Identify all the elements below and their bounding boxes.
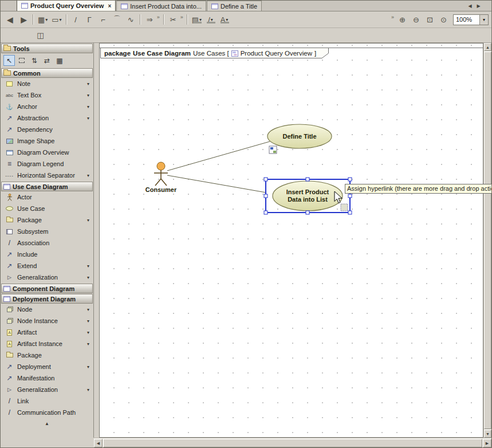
association-consumer-define-title[interactable] — [167, 142, 270, 171]
section-header-component-diagram[interactable]: Component Diagram — [1, 284, 93, 293]
palette-item-note[interactable]: Note ▾ — [1, 78, 93, 89]
chevron-down-icon[interactable]: ▾ — [85, 387, 91, 392]
chevron-down-icon[interactable]: ▾ — [85, 275, 91, 280]
palette-item-diagram-legend[interactable]: Diagram Legend — [1, 158, 93, 170]
palette-item-artifact[interactable]: Artifact ▾ — [1, 327, 93, 338]
palette-splitter[interactable] — [95, 43, 99, 438]
palette-item-text-box[interactable]: Text Box ▾ — [1, 89, 93, 101]
palette-item-abstraction[interactable]: Abstraction ▾ — [1, 112, 93, 124]
close-icon[interactable]: × — [108, 3, 111, 9]
align-tool-button[interactable]: ⇅ — [29, 55, 40, 66]
resize-handle[interactable] — [306, 178, 309, 181]
palette-collapse-button[interactable]: ▲ — [1, 418, 93, 426]
use-case-insert-product[interactable]: Insert Product Data into List — [273, 181, 343, 211]
back-button[interactable]: ◀ — [3, 13, 17, 26]
vertical-scrollbar[interactable]: ▲ ▼ — [483, 43, 491, 438]
hyperlink-icon[interactable] — [269, 146, 277, 154]
diagram-content-button[interactable]: ◫ — [34, 29, 47, 42]
palette-item-node-instance[interactable]: Node Instance ▾ — [1, 315, 93, 327]
palette-item-deployment[interactable]: Deployment ▾ — [1, 361, 93, 372]
lasso-tool-button[interactable] — [16, 55, 27, 66]
zoom-out-button[interactable]: ⊖ — [410, 13, 423, 26]
font-color-button[interactable]: A▾ — [218, 13, 231, 26]
toolbar-overflow-icon[interactable]: » — [180, 14, 183, 20]
palette-item-package-deployment[interactable]: Package — [1, 349, 93, 361]
chevron-down-icon[interactable]: ▾ — [85, 173, 91, 178]
chevron-down-icon[interactable]: ▾ — [85, 330, 91, 335]
palette-item-image-shape[interactable]: Image Shape — [1, 135, 93, 147]
section-header-use-case-diagram[interactable]: Use Case Diagram — [1, 182, 93, 191]
toolbar-overflow-icon[interactable]: » — [391, 14, 394, 20]
split-path-button[interactable]: ✂ — [167, 13, 180, 26]
zoom-in-button[interactable]: ⊕ — [396, 13, 409, 26]
tab-scroll-right-button[interactable]: ▶ — [475, 2, 482, 10]
tab-scroll-left-button[interactable]: ◀ — [466, 2, 474, 10]
palette-item-association[interactable]: Association — [1, 237, 93, 249]
zoom-combobox[interactable]: 100% ▾ — [453, 14, 489, 25]
palette-item-diagram-overview[interactable]: Diagram Overview — [1, 147, 93, 158]
section-header-common[interactable]: Common — [1, 68, 93, 78]
chevron-down-icon[interactable]: ▾ — [85, 116, 91, 121]
palette-item-generalization-deployment[interactable]: Generalization ▾ — [1, 384, 93, 395]
scroll-left-button[interactable]: ◀ — [94, 439, 103, 447]
horizontal-scrollbar-thumb[interactable] — [103, 439, 482, 447]
section-header-tools[interactable]: Tools — [1, 44, 93, 53]
zoom-original-button[interactable]: ⊙ — [437, 13, 450, 26]
section-header-deployment-diagram[interactable]: Deployment Diagram — [1, 294, 93, 304]
forward-button[interactable]: ▶ — [17, 13, 30, 26]
rectilinear-path-button[interactable]: Γ — [83, 13, 96, 26]
pointer-tool-button[interactable]: ↖ — [3, 55, 15, 66]
palette-item-extend[interactable]: Extend ▾ — [1, 260, 93, 272]
diagram-canvas[interactable]: Consumer Define Title Insert Product Dat… — [99, 43, 483, 438]
toolbar-overflow-icon[interactable]: » — [157, 14, 160, 20]
chevron-down-icon[interactable]: ▾ — [85, 218, 91, 223]
zoom-fit-button[interactable]: ⊡ — [423, 13, 436, 26]
spline-path-button[interactable]: ∿ — [124, 13, 137, 26]
distribute-tool-button[interactable]: ⇄ — [41, 55, 53, 66]
palette-item-use-case[interactable]: Use Case — [1, 203, 93, 214]
fill-color-button[interactable]: ▨▾ — [190, 13, 203, 26]
resize-handle[interactable] — [348, 194, 352, 198]
association-consumer-insert-product[interactable] — [167, 175, 266, 192]
chevron-down-icon[interactable]: ▾ — [85, 364, 91, 370]
horizontal-scrollbar[interactable]: ◀ ▶ — [94, 438, 491, 447]
tab-product-query-overview[interactable]: Product Query Overview × — [17, 0, 116, 11]
resize-handle[interactable] — [264, 194, 267, 198]
tab-define-a-title[interactable]: Define a Title — [207, 1, 262, 11]
actor-consumer[interactable]: Consumer — [145, 162, 177, 193]
rounded-path-button[interactable]: ⌐ — [97, 13, 110, 26]
palette-item-manifestation[interactable]: Manifestation — [1, 372, 93, 384]
path-anchor-button[interactable]: ⇒ — [143, 13, 156, 26]
palette-item-anchor[interactable]: Anchor ▾ — [1, 101, 93, 112]
palette-item-link[interactable]: Link — [1, 395, 93, 407]
layout-button[interactable]: ▦▾ — [36, 13, 49, 26]
palette-item-dependency[interactable]: Dependency — [1, 124, 93, 135]
palette-item-package[interactable]: Package ▾ — [1, 214, 93, 226]
palette-item-subsystem[interactable]: Subsystem — [1, 226, 93, 237]
palette-item-generalization[interactable]: Generalization ▾ — [1, 272, 93, 283]
chevron-down-icon[interactable]: ▾ — [85, 93, 91, 98]
palette-item-artifact-instance[interactable]: Artifact Instance ▾ — [1, 338, 93, 349]
bezier-path-button[interactable]: ⌒ — [111, 13, 124, 26]
tab-insert-product-data[interactable]: Insert Product Data into... — [116, 1, 206, 11]
chevron-down-icon[interactable]: ▾ — [85, 81, 91, 87]
oblique-path-button[interactable]: / — [69, 13, 82, 26]
scroll-up-button[interactable]: ▲ — [484, 43, 491, 51]
resize-handle[interactable] — [348, 178, 352, 181]
chevron-down-icon[interactable]: ▾ — [479, 15, 488, 25]
resize-handle[interactable] — [348, 211, 352, 214]
chevron-down-icon[interactable]: ▾ — [85, 319, 91, 324]
resize-handle[interactable] — [306, 211, 309, 214]
palette-item-include[interactable]: Include — [1, 249, 93, 260]
scroll-down-button[interactable]: ▼ — [484, 430, 491, 438]
palette-item-node[interactable]: Node ▾ — [1, 304, 93, 315]
chevron-down-icon[interactable]: ▾ — [85, 341, 91, 347]
chevron-down-icon[interactable]: ▾ — [85, 307, 91, 312]
chevron-down-icon[interactable]: ▾ — [45, 17, 48, 22]
chevron-down-icon[interactable]: ▾ — [85, 104, 91, 109]
chevron-down-icon[interactable]: ▾ — [85, 264, 91, 269]
chevron-down-icon[interactable]: ▾ — [60, 17, 62, 22]
palette-item-actor[interactable]: Actor — [1, 191, 93, 203]
resize-handle[interactable] — [264, 211, 267, 214]
drag-handle-icon[interactable] — [341, 204, 348, 211]
